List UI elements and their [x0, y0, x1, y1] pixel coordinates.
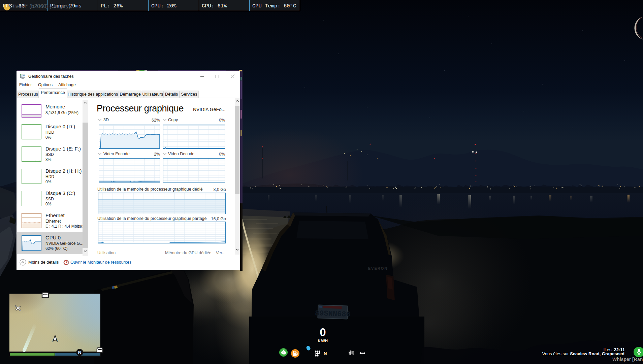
svg-text:EVERON: EVERON [368, 266, 388, 270]
svg-text:89SNN686: 89SNN686 [315, 309, 351, 319]
